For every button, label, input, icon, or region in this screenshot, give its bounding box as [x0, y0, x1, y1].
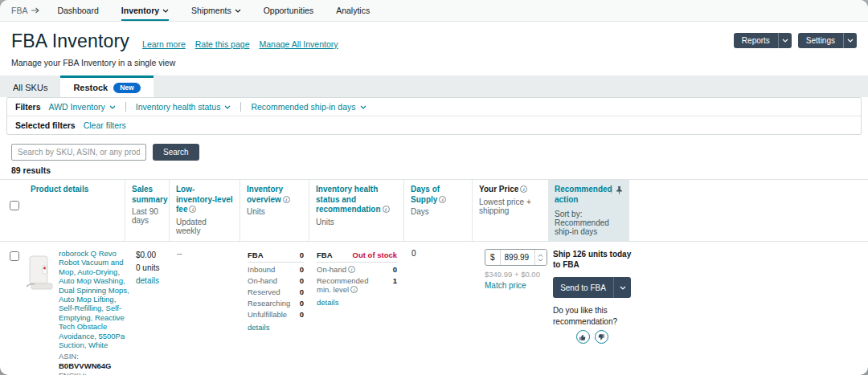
- arrow-right-icon: [31, 7, 39, 14]
- your-price-cell: $ $349.99 + $0.00 Match price: [472, 242, 548, 375]
- search-row: Search: [0, 135, 868, 161]
- nav-dashboard[interactable]: Dashboard: [57, 0, 98, 21]
- chevron-down-icon: [109, 105, 116, 109]
- row-filler: [628, 242, 868, 375]
- table-row: roborock Q Revo Robot Vacuum and Mop, Au…: [0, 242, 868, 375]
- info-icon[interactable]: [383, 206, 390, 213]
- app-switcher[interactable]: FBA: [11, 0, 39, 21]
- recommended-action-cell: Ship 126 units today to FBA Send to FBA …: [548, 242, 628, 375]
- sort-ascending-icon[interactable]: ↑: [609, 186, 613, 195]
- col-recommended-action[interactable]: ↑ Recommended action Sort by: Recommende…: [548, 180, 628, 241]
- fba-inventory-page: FBA Dashboard Inventory Shipments Opport…: [0, 0, 868, 375]
- pin-icon[interactable]: [616, 186, 623, 195]
- new-badge: New: [113, 83, 140, 93]
- nav-opportunities[interactable]: Opportunities: [264, 0, 313, 21]
- thumbs-down-icon: [597, 333, 605, 341]
- thumbs-up-button[interactable]: [576, 330, 590, 344]
- col-your-price: Your Price Lowest price + shipping: [472, 180, 548, 241]
- inventory-overview-cell: FBA0 Inbound0 On-hand0 Reserved0 Researc…: [240, 242, 309, 375]
- nav-analytics[interactable]: Analytics: [336, 0, 370, 21]
- row-checkbox[interactable]: [10, 251, 19, 261]
- divider: [125, 102, 126, 112]
- filter-awd-inventory[interactable]: AWD Inventory: [49, 102, 116, 112]
- stepper-up-icon: [538, 254, 543, 257]
- currency-symbol: $: [485, 250, 501, 265]
- divider: [240, 102, 241, 112]
- col-sales-summary: Sales summary Last 90 days: [125, 180, 169, 241]
- search-input[interactable]: [11, 144, 146, 161]
- info-icon[interactable]: [350, 286, 358, 293]
- chevron-down-icon: [360, 105, 366, 109]
- info-icon[interactable]: [520, 185, 527, 193]
- stepper-down-icon: [538, 259, 543, 262]
- send-to-fba-button[interactable]: Send to FBA: [553, 277, 631, 298]
- clear-filters-link[interactable]: Clear filters: [84, 120, 126, 130]
- filters-label: Filters: [15, 102, 41, 112]
- selected-filters-row: Selected filters Clear filters: [7, 116, 861, 134]
- col-inventory-overview: Inventory overview Units: [240, 180, 309, 241]
- product-title-link[interactable]: roborock Q Revo Robot Vacuum and Mop, Au…: [59, 249, 133, 349]
- inventory-health-cell: FBAOut of stock On-hand0 Recommended min…: [309, 242, 403, 375]
- feedback-question: Do you like this recommendation?: [553, 305, 637, 327]
- health-details-link[interactable]: details: [317, 298, 397, 307]
- price-stepper[interactable]: [534, 250, 547, 265]
- recommendation-headline: Ship 126 units today to FBA: [553, 249, 637, 270]
- header-links: Learn more Rate this page Manage All Inv…: [142, 39, 338, 49]
- chevron-down-icon: [224, 105, 231, 109]
- select-all-checkbox[interactable]: [10, 201, 19, 210]
- settings-button[interactable]: Settings: [798, 33, 857, 48]
- filter-recommended-ship-in-days[interactable]: Recommended ship-in days: [251, 102, 366, 112]
- info-icon[interactable]: [189, 206, 196, 213]
- info-icon[interactable]: [439, 196, 446, 203]
- tab-all-skus[interactable]: All SKUs: [0, 75, 60, 97]
- rate-this-page-link[interactable]: Rate this page: [195, 39, 250, 49]
- fee-cell: --: [169, 242, 240, 375]
- info-icon[interactable]: [283, 196, 290, 203]
- chevron-down-icon: [847, 39, 854, 43]
- nav-shipments[interactable]: Shipments: [191, 0, 241, 21]
- settings-dropdown-caret[interactable]: [843, 33, 857, 48]
- col-inventory-health: Inventory health status and recommendati…: [309, 180, 403, 241]
- price-input-group: $: [485, 249, 547, 266]
- col-days-of-supply: Days of Supply Days: [403, 180, 472, 241]
- match-price-link[interactable]: Match price: [485, 281, 543, 290]
- asin-value: B0BVVWN64G: [59, 361, 111, 370]
- info-icon[interactable]: [348, 266, 355, 273]
- filters-panel: Filters AWD Inventory Inventory health s…: [6, 97, 862, 135]
- row-checkbox-cell: [0, 242, 24, 375]
- selected-filters-label: Selected filters: [15, 120, 76, 130]
- page-subtitle: Manage your FBA Inventory in a single vi…: [11, 58, 857, 67]
- lowest-price-compare: $349.99 + $0.00: [485, 270, 543, 279]
- price-input[interactable]: [501, 250, 534, 265]
- filter-inventory-health-status[interactable]: Inventory health status: [136, 102, 231, 112]
- table-header: Product details Sales summary Last 90 da…: [0, 179, 868, 242]
- filters-row: Filters AWD Inventory Inventory health s…: [7, 98, 861, 116]
- col-product-details: Product details: [24, 180, 125, 241]
- page-header: FBA Inventory Learn more Rate this page …: [0, 22, 868, 67]
- top-nav: FBA Dashboard Inventory Shipments Opport…: [0, 0, 868, 22]
- tab-bar: All SKUs Restock New: [0, 75, 868, 97]
- results-count: 89 results: [0, 161, 868, 179]
- thumbs-down-button[interactable]: [595, 330, 608, 344]
- manage-all-inventory-link[interactable]: Manage All Inventory: [259, 39, 338, 49]
- product-image[interactable]: [24, 249, 55, 296]
- days-of-supply-cell: 0: [403, 242, 472, 375]
- chevron-down-icon: [620, 286, 626, 290]
- sales-units: 0 units: [136, 262, 164, 275]
- nav-inventory[interactable]: Inventory: [121, 0, 169, 21]
- chevron-down-icon: [235, 9, 241, 13]
- learn-more-link[interactable]: Learn more: [142, 39, 186, 49]
- sales-summary-cell: $0.00 0 units details: [125, 242, 169, 375]
- sales-amount: $0.00: [136, 249, 164, 262]
- reports-button[interactable]: Reports: [734, 33, 792, 48]
- search-button[interactable]: Search: [153, 144, 199, 161]
- product-details-cell: roborock Q Revo Robot Vacuum and Mop, Au…: [24, 242, 125, 375]
- app-label: FBA: [11, 6, 27, 15]
- product-meta: ASIN: B0BVVWN64G FNSKU: B0BVVWN64G SKU:F…: [59, 352, 133, 375]
- sales-details-link[interactable]: details: [136, 275, 164, 287]
- reports-dropdown-caret[interactable]: [778, 33, 792, 48]
- overview-details-link[interactable]: details: [248, 323, 304, 332]
- tab-restock[interactable]: Restock New: [60, 75, 153, 97]
- header-filler: [628, 180, 868, 241]
- out-of-stock-status: Out of stock: [353, 251, 397, 259]
